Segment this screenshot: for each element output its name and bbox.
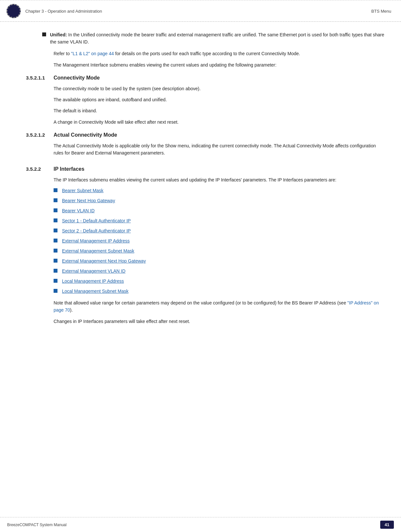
list-item-link[interactable]: Local Management IP Address (62, 278, 124, 285)
refer-suffix: for details on the ports used for each t… (114, 51, 300, 56)
blue-bullet-icon (54, 188, 57, 192)
chapter-title: Chapter 3 - Operation and Administration (25, 9, 102, 14)
section-35222-heading: 3.5.2.2 IP Interfaces (16, 166, 385, 173)
blue-bullet-icon (54, 229, 57, 232)
blue-bullet-icon (54, 269, 57, 273)
blue-bullet-icon (54, 239, 57, 242)
refer-paragraph: Refer to "L1 & L2" on page 44 for detail… (16, 50, 385, 57)
list-item: External Management IP Address (54, 238, 385, 244)
main-content: Unified: In the Unified connectivity mod… (0, 22, 401, 339)
section-3521-num: 3.5.2.1.1 (16, 74, 54, 81)
blue-bullet-icon (54, 249, 57, 253)
bullet-icon (42, 32, 46, 36)
ip-note-suffix: ). (70, 307, 73, 313)
list-item: External Management Subnet Mask (54, 248, 385, 254)
unified-description: In the Unified connectivity mode the bea… (50, 32, 384, 44)
list-item: External Management Next Hop Gateway (54, 258, 385, 265)
blue-bullet-icon (54, 279, 57, 283)
section-35222-title: IP Interfaces (54, 166, 84, 173)
list-item-link[interactable]: External Management Next Hop Gateway (62, 258, 146, 265)
footer-page: 41 (380, 521, 394, 529)
list-item-link[interactable]: Bearer VLAN ID (62, 207, 94, 214)
list-item: Bearer Subnet Mask (54, 187, 385, 194)
blue-bullet-icon (54, 289, 57, 293)
section-3521-heading: 3.5.2.1.1 Connectivity Mode (16, 74, 385, 81)
list-item: Bearer VLAN ID (54, 207, 385, 214)
bullet-unified-text: Unified: In the Unified connectivity mod… (50, 31, 385, 45)
list-item-link[interactable]: Bearer Subnet Mask (62, 187, 104, 194)
header-left: Chapter 3 - Operation and Administration (6, 4, 102, 18)
connectivity-para3: The default is inband. (16, 107, 385, 114)
ip-last-para: Changes in IP Interfaces parameters will… (16, 318, 385, 325)
blue-bullet-icon (54, 259, 57, 263)
list-item: Sector 2 - Default Authenticator IP (54, 228, 385, 234)
section-3522-title: Actual Connectivity Mode (54, 131, 117, 139)
connectivity-para2: The available options are inband, outofb… (16, 96, 385, 103)
list-item: Local Management Subnet Mask (54, 288, 385, 295)
ip-interfaces-list: Bearer Subnet MaskBearer Next Hop Gatewa… (16, 187, 385, 295)
list-item-link[interactable]: Sector 1 - Default Authenticator IP (62, 217, 131, 224)
list-item-link[interactable]: Sector 2 - Default Authenticator IP (62, 228, 131, 234)
list-item: Bearer Next Hop Gateway (54, 197, 385, 204)
footer-product: BreezeCOMPACT System Manual (7, 523, 67, 527)
bullet-unified: Unified: In the Unified connectivity mod… (16, 31, 385, 45)
blue-bullet-icon (54, 218, 57, 222)
actual-connectivity-para: The Actual Connectivity Mode is applicab… (16, 142, 385, 157)
blue-bullet-icon (54, 208, 57, 212)
refer-prefix: Refer to (54, 51, 71, 56)
ip-note-prefix: Note that allowed value range for certai… (54, 300, 347, 305)
section-3521-title: Connectivity Mode (54, 74, 100, 81)
management-interface-para: The Management Interface submenu enables… (16, 61, 385, 68)
blue-bullet-icon (54, 198, 57, 202)
section-3522-heading: 3.5.2.1.2 Actual Connectivity Mode (16, 131, 385, 139)
list-item: Local Management IP Address (54, 278, 385, 285)
ip-note-para: Note that allowed value range for certai… (16, 299, 385, 314)
l1-l2-link[interactable]: "L1 & L2" on page 44 (71, 51, 114, 56)
page-footer: BreezeCOMPACT System Manual 41 (0, 517, 401, 532)
page-header: Chapter 3 - Operation and Administration… (0, 0, 401, 22)
section-3522-num: 3.5.2.1.2 (16, 131, 54, 138)
list-item: Sector 1 - Default Authenticator IP (54, 217, 385, 224)
connectivity-para4: A change in Connectivity Mode will take … (16, 118, 385, 126)
unified-label: Unified: (50, 32, 67, 37)
list-item-link[interactable]: External Management VLAN ID (62, 268, 125, 275)
ip-interfaces-para1: The IP Interfaces submenu enables viewin… (16, 176, 385, 183)
section-35222-num: 3.5.2.2 (16, 166, 54, 172)
connectivity-para1: The connectivity mode to be used by the … (16, 85, 385, 92)
list-item-link[interactable]: Bearer Next Hop Gateway (62, 197, 115, 204)
list-item: External Management VLAN ID (54, 268, 385, 275)
header-section: BTS Menu (371, 9, 391, 14)
list-item-link[interactable]: External Management Subnet Mask (62, 248, 134, 254)
list-item-link[interactable]: External Management IP Address (62, 238, 130, 244)
list-item-link[interactable]: Local Management Subnet Mask (62, 288, 129, 295)
logo-circle (6, 4, 21, 18)
